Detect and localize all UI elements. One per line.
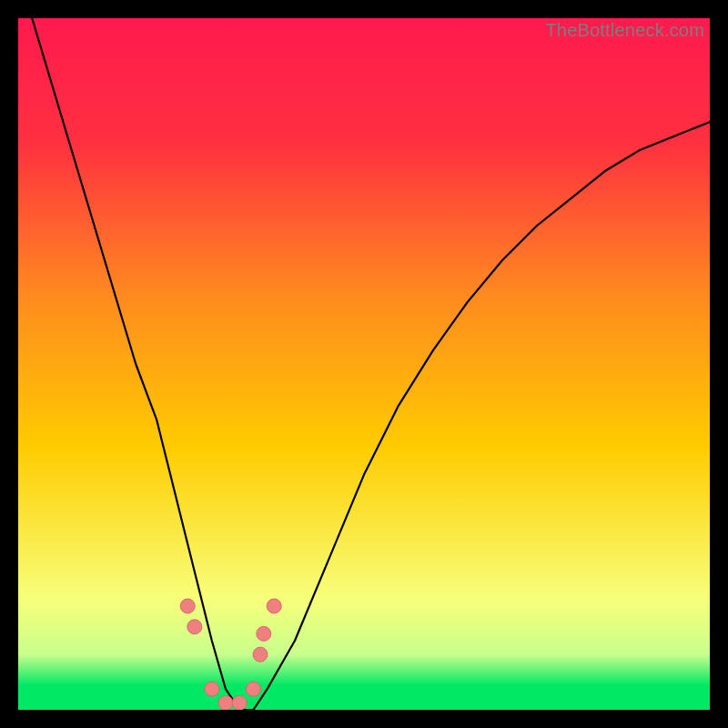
gradient-background [18, 18, 710, 710]
data-point [180, 599, 195, 613]
data-point [232, 695, 247, 710]
watermark-text: TheBottleneck.com [545, 20, 704, 41]
data-point [257, 626, 271, 641]
data-point [187, 620, 202, 634]
chart-frame: TheBottleneck.com [18, 18, 710, 710]
data-point [253, 647, 268, 662]
bottleneck-chart [18, 18, 710, 710]
data-point [267, 599, 281, 613]
data-point [246, 682, 260, 696]
data-point [205, 682, 219, 696]
data-point [218, 695, 233, 710]
